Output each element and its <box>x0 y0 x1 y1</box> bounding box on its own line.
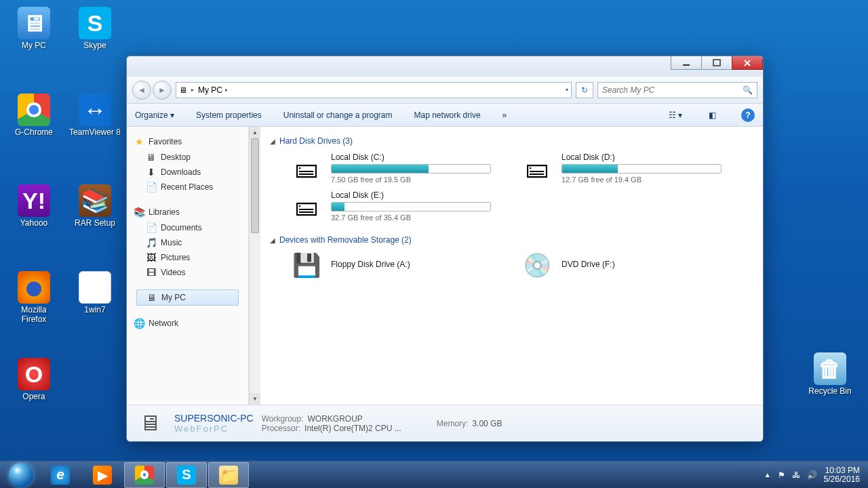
removable-icon: 💿 <box>519 251 555 279</box>
icon-label: Mozilla Firefox <box>8 305 60 324</box>
refresh-button[interactable]: ↻ <box>576 82 593 98</box>
icon-label: G-Chrome <box>8 127 60 137</box>
search-box[interactable]: 🔍 <box>597 82 757 98</box>
section-hard-disk-drives[interactable]: ◢Hard Disk Drives (3) <box>270 132 753 150</box>
map-network-drive-button[interactable]: Map network drive <box>414 110 481 120</box>
drive-dvd-drive-f-[interactable]: 💿DVD Drive (F:) <box>519 251 723 279</box>
view-options-button[interactable]: ☷ ▾ <box>668 108 683 123</box>
preview-pane-button[interactable]: ◧ <box>705 108 719 123</box>
svg-rect-0 <box>683 64 690 66</box>
desktop-icon-yahooo[interactable]: Y!Yahooo <box>8 184 60 228</box>
desktop-icon-mozilla-firefox[interactable]: Mozilla Firefox <box>8 271 60 324</box>
desktop-icon-skype[interactable]: SSkype <box>69 7 121 50</box>
search-input[interactable] <box>602 85 743 95</box>
scroll-down-icon[interactable]: ▼ <box>250 393 260 405</box>
sidebar: ★Favorites 🖥Desktop⬇Downloads📄Recent Pla… <box>127 127 249 405</box>
desktop-icon-teamviewer-8[interactable]: ↔TeamViewer 8 <box>69 94 121 137</box>
details-pane: 🖥 SUPERSONIC-PC WebForPC Workgroup:WORKG… <box>127 405 763 441</box>
usage-bar <box>331 164 491 174</box>
scroll-thumb[interactable] <box>251 138 259 233</box>
chrome-icon <box>135 466 154 485</box>
desktop-icon-my-pc[interactable]: 🖥My PC <box>8 7 60 50</box>
close-button[interactable] <box>732 56 763 70</box>
icon-label: Yahooo <box>8 218 60 228</box>
taskbar-skype[interactable]: S <box>166 462 207 488</box>
navbar: ◄ ► 🖥▸ My PC ▸ ▾ ↻ 🔍 <box>127 77 763 104</box>
app-icon: S <box>79 7 111 39</box>
taskbar-explorer[interactable]: 📁 <box>208 462 249 488</box>
icon-label: Recycle Bin <box>804 386 856 396</box>
windows-orb-icon <box>9 463 33 487</box>
item-icon: 🎞 <box>146 267 157 278</box>
hdd-icon: 🖴 <box>289 155 324 182</box>
folder-icon: 📁 <box>219 466 238 485</box>
sidebar-libraries[interactable]: 📚Libraries <box>134 204 241 220</box>
workgroup-value: WORKGROUP <box>308 414 363 424</box>
drive-local-disk-e-[interactable]: 🖴Local Disk (E:)32.7 GB free of 35.4 GB <box>289 190 492 222</box>
desktop-icon-rar-setup[interactable]: 📚RAR Setup <box>69 184 121 228</box>
desktop-icon-opera[interactable]: OOpera <box>8 358 60 401</box>
nav-forward-button[interactable]: ► <box>153 81 172 100</box>
toolbar-overflow-icon[interactable]: » <box>502 110 507 120</box>
sidebar-item-downloads[interactable]: ⬇Downloads <box>134 165 241 180</box>
icon-label: Skype <box>69 41 121 50</box>
memory-value: 3.00 GB <box>472 419 502 428</box>
desktop-icon-1win7[interactable]: 🗔1win7 <box>69 271 121 314</box>
computer-icon: 🖥 <box>146 292 157 303</box>
sidebar-mypc[interactable]: 🖥My PC <box>136 289 239 306</box>
maximize-button[interactable] <box>701 56 732 70</box>
address-dropdown-icon[interactable]: ▾ <box>566 87 568 93</box>
taskbar-chrome[interactable] <box>124 462 165 488</box>
system-tray: ▲ ⚑ 🖧 🔊 10:03 PM 5/26/2016 <box>759 466 865 484</box>
toolbar: Organize ▾ System properties Uninstall o… <box>127 104 763 127</box>
ie-icon: e <box>51 466 70 485</box>
start-button[interactable] <box>3 462 39 488</box>
sidebar-item-pictures[interactable]: 🖼Pictures <box>134 250 241 265</box>
section-removable-storage[interactable]: ◢Devices with Removable Storage (2) <box>270 231 753 249</box>
item-icon: 🎵 <box>146 237 157 248</box>
uninstall-program-button[interactable]: Uninstall or change a program <box>283 110 393 120</box>
icon-label: My PC <box>8 41 60 50</box>
tray-show-hidden-icon[interactable]: ▲ <box>764 471 771 479</box>
computer-icon: 🖥 <box>134 410 166 437</box>
taskbar: e ▶ S 📁 ▲ ⚑ 🖧 🔊 10:03 PM 5/26/2016 <box>0 461 868 488</box>
nav-back-button[interactable]: ◄ <box>132 81 151 100</box>
desktop-icon-g-chrome[interactable]: G-Chrome <box>8 94 60 137</box>
taskbar-wmp[interactable]: ▶ <box>82 462 123 488</box>
sidebar-network[interactable]: 🌐Network <box>134 315 241 331</box>
drive-local-disk-d-[interactable]: 🖴Local Disk (D:)12.7 GB free of 19.4 GB <box>519 152 723 184</box>
removable-icon: 💾 <box>289 251 324 279</box>
sidebar-item-recent-places[interactable]: 📄Recent Places <box>134 180 241 195</box>
content-pane: ◢Hard Disk Drives (3) 🖴Local Disk (C:)7.… <box>260 127 763 405</box>
icon-label: 1win7 <box>69 305 121 314</box>
item-icon: 🖥 <box>146 152 157 163</box>
address-bar[interactable]: 🖥▸ My PC ▸ ▾ <box>176 82 572 98</box>
sidebar-item-desktop[interactable]: 🖥Desktop <box>134 150 241 165</box>
titlebar <box>127 56 763 77</box>
desktop-icon-recycle-bin[interactable]: 🗑Recycle Bin <box>804 352 856 396</box>
tray-network-icon[interactable]: 🖧 <box>792 470 800 480</box>
sidebar-item-documents[interactable]: 📄Documents <box>134 220 241 235</box>
sidebar-item-videos[interactable]: 🎞Videos <box>134 265 241 280</box>
organize-menu[interactable]: Organize ▾ <box>135 110 174 120</box>
search-icon: 🔍 <box>743 85 753 95</box>
sidebar-favorites[interactable]: ★Favorites <box>134 134 241 150</box>
scroll-up-icon[interactable]: ▲ <box>250 127 260 138</box>
taskbar-ie[interactable]: e <box>40 462 81 488</box>
sidebar-item-music[interactable]: 🎵Music <box>134 235 241 250</box>
system-properties-button[interactable]: System properties <box>196 110 262 120</box>
tray-clock[interactable]: 10:03 PM 5/26/2016 <box>824 466 860 484</box>
hdd-icon: 🖴 <box>289 192 324 220</box>
breadcrumb-mypc[interactable]: My PC <box>198 85 222 95</box>
tray-flag-icon[interactable]: ⚑ <box>778 470 785 480</box>
icon-label: RAR Setup <box>69 218 121 228</box>
tray-volume-icon[interactable]: 🔊 <box>807 470 817 480</box>
pc-name: SUPERSONIC-PC <box>174 413 254 424</box>
app-icon: Y! <box>18 184 50 217</box>
minimize-button[interactable] <box>671 56 702 70</box>
drive-local-disk-c-[interactable]: 🖴Local Disk (C:)7.50 GB free of 19.5 GB <box>289 152 492 184</box>
libraries-icon: 📚 <box>134 207 144 218</box>
drive-floppy-disk-drive-a-[interactable]: 💾Floppy Disk Drive (A:) <box>289 251 492 279</box>
sidebar-scrollbar[interactable]: ▲ ▼ <box>249 127 260 405</box>
help-button[interactable]: ? <box>741 108 755 122</box>
